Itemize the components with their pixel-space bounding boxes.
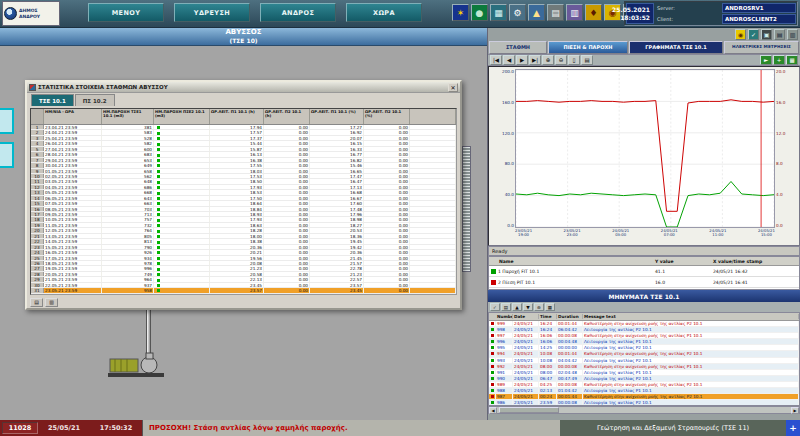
menu-button[interactable]: ΑΝΔΡΟΣ — [260, 3, 336, 22]
dialog-title-bar[interactable]: ΣΤΑΤΙΣΤΙΚΑ ΣΤΟΙΧΕΙΑ ΣΤΑΘΜΩΝ ΑΒΥΣΣΟΥ ✕ — [27, 82, 460, 93]
scroll-right-icon[interactable]: ▶ — [791, 407, 799, 414]
time-text: 18:03:52 — [620, 14, 650, 22]
alarm-count[interactable]: 11028 — [2, 422, 38, 434]
scrollbar-thumb[interactable] — [499, 407, 559, 413]
legend-row[interactable]: 1 Παροχή FIT 10.1 41.1 24/05/21 16:42 — [489, 266, 799, 277]
row-number: 15 — [31, 201, 44, 205]
camera-icon[interactable]: ▣ — [761, 29, 772, 40]
chart-tool-button[interactable]: ▶ — [516, 55, 528, 65]
plot-area[interactable] — [515, 69, 775, 228]
report-icon[interactable]: ▥ — [566, 4, 583, 21]
window-icon[interactable]: ▤ — [774, 29, 785, 40]
pump-icon[interactable] — [106, 352, 168, 378]
dialog-footer-button[interactable]: ▥ — [45, 298, 58, 307]
chart-toolbar: |◀◀▶▶|⊕⊖▯▤ ►+▦ — [488, 54, 800, 66]
row-number: 14 — [31, 196, 44, 200]
panel-tab[interactable]: ΗΛΕΚΤΡΙΚΕΣ ΜΕΤΡΗΣΕΙΣ — [724, 41, 799, 54]
messages-tool-button[interactable]: ▼ — [523, 303, 533, 311]
gear-icon[interactable]: ⚙ — [509, 4, 526, 21]
cell-p1-percent: 16.33 — [310, 147, 364, 151]
cell-date: 24.05.21 23:59 — [44, 294, 102, 295]
icon-glyph: ▦ — [494, 8, 503, 18]
messages-tool-button[interactable]: ▲ — [512, 303, 522, 311]
column-header[interactable]: ΩΡ.ΛΕΙΤ. Π1 10.1 (%) — [310, 109, 364, 124]
menu-button[interactable]: ΥΔΡΕΥΣΗ — [174, 3, 250, 22]
chart-tool-button[interactable]: ▯ — [568, 55, 580, 65]
cell-status — [154, 266, 210, 270]
cell-date: 23.04.21 23:59 — [44, 125, 102, 129]
messages-tool-button[interactable]: ▦ — [545, 303, 555, 311]
message-time: 16:06 — [539, 339, 557, 344]
messages-tool-button[interactable]: ✓ — [490, 303, 500, 311]
chart-tool-button[interactable]: ▶| — [529, 55, 541, 65]
dialog-tab[interactable]: ΠΣ 10.2 — [75, 94, 115, 106]
panel-tab[interactable]: ΠΙΕΣΗ & ΠΑΡΟΧΗ — [548, 41, 628, 54]
cell-p2-hours: 0.00 — [264, 294, 310, 295]
printer-icon[interactable]: ▤ — [547, 4, 564, 21]
ack-button[interactable]: ✓ — [748, 29, 759, 40]
messages-tool-button[interactable]: ▤ — [501, 303, 511, 311]
next-station-button[interactable]: Γεώτρηση και Δεξαμενή Στραπουριές (ΤΣΕ 1… — [560, 420, 786, 436]
legend-row[interactable]: 2 Πίεση PIT 10.1 16.0 24/05/21 16:41 — [489, 277, 799, 288]
cell-p2-percent: 0.00 — [364, 228, 410, 232]
cell-filler — [410, 147, 456, 151]
cell-filler — [410, 288, 456, 292]
icon-glyph: ▤ — [551, 8, 560, 18]
chart-tool-button[interactable]: ⊕ — [542, 55, 554, 65]
message-number: 991 — [496, 370, 513, 375]
chart-tool-button[interactable]: ⊖ — [555, 55, 567, 65]
window2-icon[interactable]: ▥ — [787, 29, 798, 40]
cell-p2-percent: 0.00 — [364, 174, 410, 178]
cell-p1-hours: 22.13 — [210, 277, 264, 281]
chart-tool-button[interactable]: |◀ — [490, 55, 502, 65]
close-icon[interactable]: ✕ — [448, 83, 458, 92]
messages-scrollbar[interactable]: ◀ ▶ — [488, 406, 800, 414]
cell-p1-percent: 19.42 — [310, 245, 364, 249]
stats-table-row[interactable]: 32 24.05.21 23:59 962 22.45 0.00 22.57 0… — [31, 294, 456, 295]
column-header[interactable]: ΗΜ.ΠΑΡΟΧΗ ΠΣΕ2 10.1 (m3) — [154, 109, 210, 124]
trend-icon[interactable]: ▲ — [528, 4, 545, 21]
chart-tool-button[interactable]: ► — [760, 55, 772, 65]
menu-button[interactable]: ΧΩΡΑ — [346, 3, 422, 22]
chart-tool-button[interactable]: + — [773, 55, 785, 65]
dialog-footer-button[interactable]: ▤ — [30, 298, 43, 307]
message-text: Καθυστέρηση στην ανίχνευση ροής της αντλ… — [583, 333, 799, 338]
hooter-icon[interactable]: ◉ — [735, 29, 746, 40]
column-header[interactable]: ΩΡ.ΛΕΙΤ. Π1 10.1 (h) — [210, 109, 264, 124]
column-header[interactable]: ΗΜ.ΠΑΡΟΧΗ ΤΣΕ1 10.1 (m3) — [102, 109, 154, 124]
scale-strip[interactable] — [462, 146, 471, 272]
scroll-left-icon[interactable]: ◀ — [489, 407, 497, 414]
expand-button[interactable]: + — [786, 420, 800, 436]
cell-status — [154, 223, 210, 227]
chart-tool-button[interactable]: ▦ — [786, 55, 798, 65]
chart-tool-button[interactable]: ◀ — [503, 55, 515, 65]
alarm-bell-icon[interactable]: ♦ — [585, 4, 602, 21]
x-tick-label: 24/05/2103:00 — [612, 229, 629, 243]
column-header[interactable]: ΩΡ.ΛΕΙΤ. Π2 10.1 (h) — [264, 109, 310, 124]
chart-tool-button[interactable]: ▤ — [581, 55, 593, 65]
column-header[interactable]: ΩΡ.ΛΕΙΤ. Π2 10.1 (%) — [364, 109, 410, 124]
cell-flow: 703 — [102, 207, 154, 211]
column-header[interactable] — [31, 109, 44, 124]
dialog-tab[interactable]: ΤΣΕ 10.1 — [31, 94, 74, 106]
cell-p2-percent: 0.00 — [364, 272, 410, 276]
y-tick-label: 16.0 — [776, 100, 785, 105]
eu-flag-icon[interactable]: ✶ — [452, 4, 469, 21]
column-header[interactable]: ΗΜ/ΝΙΑ - ΩΡΑ — [44, 109, 102, 124]
cell-p1-percent: 17.13 — [310, 185, 364, 189]
globe-icon[interactable]: ● — [471, 4, 488, 21]
cell-p2-percent: 0.00 — [364, 147, 410, 151]
menu-button[interactable]: ΜΕΝΟΥ — [88, 3, 164, 22]
row-number: 21 — [31, 234, 44, 238]
cell-filler — [410, 234, 456, 238]
cell-filler — [410, 207, 456, 211]
state-square-icon — [491, 377, 494, 380]
messages-tool-button[interactable]: ⊕ — [534, 303, 544, 311]
cell-status — [154, 190, 210, 194]
page-title-line2: (ΤΣΕ 10) — [0, 37, 487, 45]
ok-dot-icon — [157, 219, 160, 222]
scada-screen-icon[interactable]: ▦ — [490, 4, 507, 21]
panel-tab[interactable]: ΓΡΑΦΗΜΑΤΑ ΤΣΕ 10.1 — [629, 41, 723, 54]
panel-tab[interactable]: ΣΤΑΘΜΗ — [489, 41, 547, 54]
row-number: 24 — [31, 250, 44, 254]
